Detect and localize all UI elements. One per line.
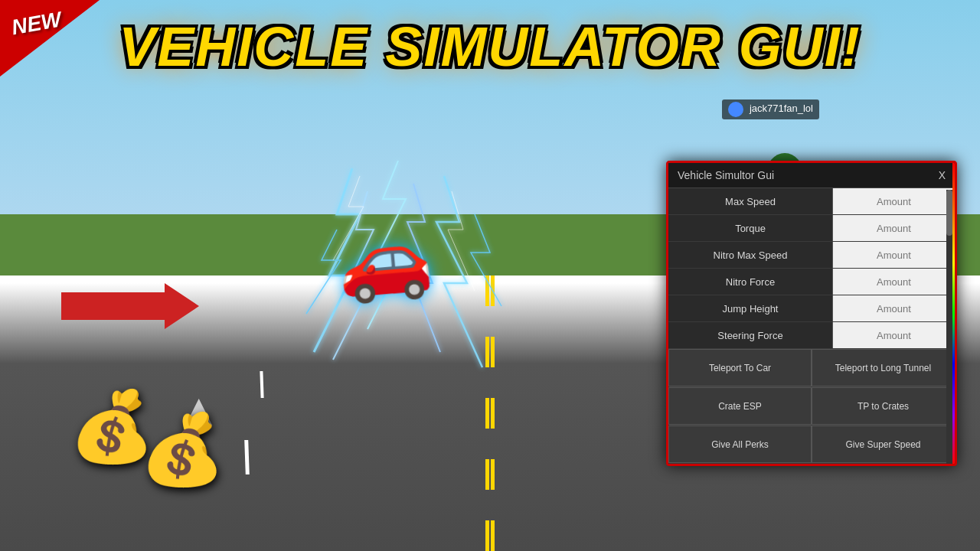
input-row-nitro-force: Nitro Force xyxy=(668,269,955,295)
input-row-max-speed: Max Speed xyxy=(668,188,955,215)
button-row-perks: Give All Perks Give Super Speed xyxy=(668,425,955,464)
btn-tp-to-crates[interactable]: TP to Crates xyxy=(812,387,955,425)
gui-content: Max Speed Torque Nitro Max Speed Nitro F… xyxy=(668,188,955,464)
label-nitro-force: Nitro Force xyxy=(668,276,832,288)
player-username: jack771fan_lol xyxy=(750,103,813,114)
scrollbar[interactable] xyxy=(946,190,952,464)
label-jump-height: Jump Height xyxy=(668,303,832,315)
gui-title: Vehicle Simultor Gui xyxy=(678,169,774,181)
label-nitro-max-speed: Nitro Max Speed xyxy=(668,249,832,261)
input-torque[interactable] xyxy=(832,215,955,241)
button-row-crate: Crate ESP TP to Crates xyxy=(668,387,955,425)
input-row-jump-height: Jump Height xyxy=(668,295,955,322)
money-bags: 💰 💰 xyxy=(69,386,225,490)
scrollbar-thumb[interactable] xyxy=(946,190,952,236)
btn-crate-esp[interactable]: Crate ESP xyxy=(668,387,812,425)
btn-give-all-perks[interactable]: Give All Perks xyxy=(668,425,812,463)
label-steering-force: Steering Force xyxy=(668,330,832,341)
input-steering-force[interactable] xyxy=(832,322,955,348)
input-row-torque: Torque xyxy=(668,215,955,242)
input-row-nitro-max-speed: Nitro Max Speed xyxy=(668,242,955,269)
button-row-teleport: Teleport To Car Teleport to Long Tunnel xyxy=(668,349,955,387)
gui-panel: Vehicle Simultor Gui X Max Speed Torque … xyxy=(666,161,957,466)
car-image: 🚗 xyxy=(337,214,433,305)
player-avatar xyxy=(728,102,743,117)
gui-close-button[interactable]: X xyxy=(939,169,946,181)
btn-give-super-speed[interactable]: Give Super Speed xyxy=(812,425,955,463)
player-tag: jack771fan_lol xyxy=(722,99,819,119)
input-nitro-max-speed[interactable] xyxy=(832,242,955,268)
btn-teleport-to-car[interactable]: Teleport To Car xyxy=(668,349,812,386)
page-title: VEHICLE SIMULATOR GUI! xyxy=(0,15,980,78)
label-max-speed: Max Speed xyxy=(668,196,832,207)
btn-teleport-long-tunnel[interactable]: Teleport to Long Tunnel xyxy=(812,349,955,386)
input-row-steering-force: Steering Force xyxy=(668,322,955,349)
gui-titlebar: Vehicle Simultor Gui X xyxy=(668,163,955,188)
input-max-speed[interactable] xyxy=(832,188,955,214)
label-torque: Torque xyxy=(668,223,832,234)
arrow-indicator xyxy=(61,283,199,329)
input-jump-height[interactable] xyxy=(832,295,955,321)
input-nitro-force[interactable] xyxy=(832,269,955,295)
